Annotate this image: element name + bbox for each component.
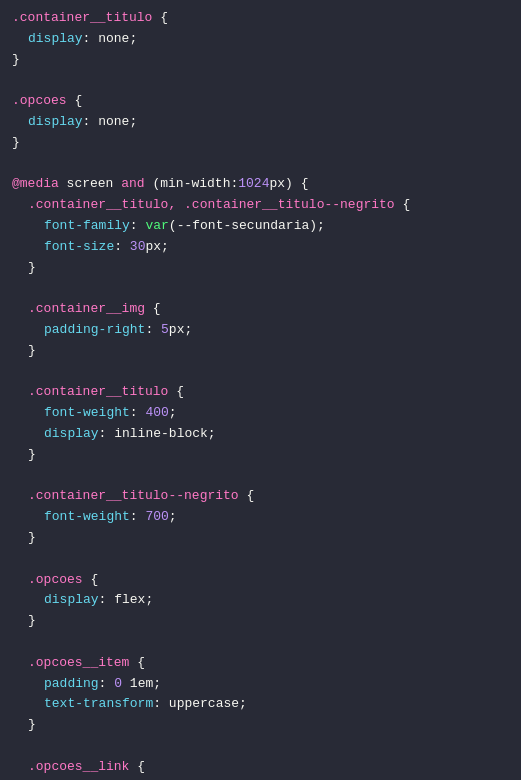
token-punct: }: [12, 135, 20, 150]
token-punct: {: [395, 197, 411, 212]
token-punct: ;: [184, 322, 192, 337]
code-line: .container__img {: [0, 299, 521, 320]
token-value: em: [138, 676, 154, 691]
code-line: .opcoes {: [0, 570, 521, 591]
code-line: }: [0, 258, 521, 279]
token-number: 30: [130, 239, 146, 254]
token-value: px) {: [269, 176, 308, 191]
token-punct: ;: [169, 405, 177, 420]
token-value: uppercase: [169, 696, 239, 711]
token-number: 700: [145, 509, 168, 524]
code-editor: .container__titulo {display: none;} .opc…: [0, 0, 521, 780]
token-value: px: [169, 322, 185, 337]
code-line: text-transform: uppercase;: [0, 694, 521, 715]
token-property: display: [44, 426, 99, 441]
code-line: display: none;: [0, 29, 521, 50]
token-selector: .container__titulo: [12, 10, 152, 25]
token-selector: .container__titulo--negrito: [28, 488, 239, 503]
token-property: display: [28, 114, 83, 129]
token-punct: }: [28, 613, 36, 628]
token-punct: {: [129, 655, 145, 670]
token-punct: {: [129, 759, 145, 774]
code-line: @media screen and (min-width:1024px) {: [0, 174, 521, 195]
token-property: font-size: [44, 239, 114, 254]
code-line: padding: 0 1em;: [0, 674, 521, 695]
token-var-name: --font-secundaria: [177, 218, 310, 233]
token-punct: );: [309, 218, 325, 233]
code-line: [0, 362, 521, 383]
token-punct: ;: [129, 31, 137, 46]
code-line: .container__titulo {: [0, 382, 521, 403]
token-punct: }: [28, 447, 36, 462]
code-line: font-weight: 400;: [0, 403, 521, 424]
token-at-rule: @media: [12, 176, 59, 191]
code-line: }: [0, 133, 521, 154]
token-value: none: [98, 31, 129, 46]
code-line: .container__titulo--negrito {: [0, 486, 521, 507]
token-property: display: [44, 592, 99, 607]
token-punct: ;: [161, 239, 169, 254]
code-line: .container__titulo, .container__titulo--…: [0, 195, 521, 216]
token-selector: .opcoes: [28, 572, 83, 587]
code-line: font-family: var(--font-secundaria);: [0, 216, 521, 237]
code-line: .opcoes__link {: [0, 757, 521, 778]
token-punct: ;: [129, 114, 137, 129]
token-punct: {: [83, 572, 99, 587]
code-line: }: [0, 528, 521, 549]
code-line: display: inline-block;: [0, 424, 521, 445]
token-punct: {: [152, 10, 168, 25]
token-value: screen: [59, 176, 121, 191]
token-punct: }: [12, 52, 20, 67]
token-property: padding: [44, 676, 99, 691]
code-line: [0, 466, 521, 487]
token-number: 400: [145, 405, 168, 420]
code-line: .opcoes {: [0, 91, 521, 112]
token-property: display: [28, 31, 83, 46]
token-value: none: [98, 114, 129, 129]
token-value: inline-block: [114, 426, 208, 441]
code-line: [0, 632, 521, 653]
token-punct: (: [169, 218, 177, 233]
token-property: font-weight: [44, 509, 130, 524]
token-number: 1024: [238, 176, 269, 191]
token-punct: ;: [145, 592, 153, 607]
code-line: padding-right: 5px;: [0, 320, 521, 341]
token-keyword: and: [121, 176, 144, 191]
token-punct: }: [28, 343, 36, 358]
token-number: 0: [114, 676, 122, 691]
token-punct: }: [28, 530, 36, 545]
token-number: 5: [161, 322, 169, 337]
token-selector: .opcoes__link: [28, 759, 129, 774]
token-punct: ;: [208, 426, 216, 441]
code-line: [0, 549, 521, 570]
code-line: [0, 736, 521, 757]
token-punct: :: [83, 31, 99, 46]
code-line: font-weight: 700;: [0, 507, 521, 528]
code-line: [0, 154, 521, 175]
token-var-func: var: [145, 218, 168, 233]
token-punct: {: [168, 384, 184, 399]
token-value: (min-width:: [145, 176, 239, 191]
token-value: 1: [122, 676, 138, 691]
token-selector: .container__titulo, .container__titulo--…: [28, 197, 395, 212]
token-punct: :: [145, 322, 161, 337]
token-punct: :: [99, 426, 115, 441]
code-line: }: [0, 341, 521, 362]
code-line: }: [0, 611, 521, 632]
token-punct: {: [145, 301, 161, 316]
code-line: [0, 278, 521, 299]
token-value: flex: [114, 592, 145, 607]
code-line: font-size: 30px;: [0, 237, 521, 258]
token-punct: :: [130, 218, 146, 233]
code-line: [0, 70, 521, 91]
token-punct: ;: [153, 676, 161, 691]
token-punct: {: [239, 488, 255, 503]
code-line: display: flex;: [0, 590, 521, 611]
token-selector: .container__img: [28, 301, 145, 316]
token-selector: .opcoes__item: [28, 655, 129, 670]
token-selector: .opcoes: [12, 93, 67, 108]
token-punct: :: [130, 509, 146, 524]
token-punct: :: [99, 592, 115, 607]
token-punct: ;: [239, 696, 247, 711]
token-value: px: [145, 239, 161, 254]
